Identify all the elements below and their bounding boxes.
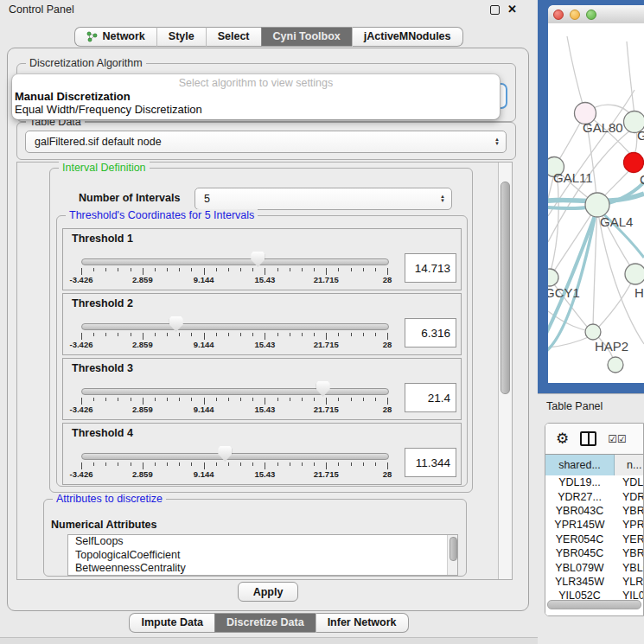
number-of-intervals-label: Number of Intervals	[79, 192, 180, 204]
node-label: GCY1	[548, 285, 580, 300]
attributes-list-scrollbar[interactable]	[447, 535, 457, 575]
threshold-value-field[interactable]: 21.4	[405, 383, 456, 412]
column-header-shared[interactable]: shared...	[545, 455, 615, 475]
algorithm-option[interactable]: Manual Discretization	[12, 90, 500, 103]
close-icon[interactable]: ✕	[507, 5, 517, 14]
node-label: GA	[637, 128, 644, 143]
attribute-list-item[interactable]: TopologicalCoefficient	[68, 549, 457, 563]
number-of-intervals-select[interactable]: 5 ▲▼	[194, 188, 452, 210]
discretization-algorithm-group-title: Discretization Algorithm	[26, 57, 146, 69]
table-panel-titlebar: Table Panel	[538, 394, 644, 418]
slider-tick-labels: -3.4262.8599.14415.4321.71528	[63, 275, 407, 284]
network-canvas[interactable]: GAL80 GA GAL11 GAL4 GCY1 H HAP2 C	[548, 23, 644, 383]
bottom-strip	[0, 637, 538, 644]
split-columns-icon[interactable]	[580, 431, 596, 446]
threshold-panel: Threshold 2 -3.4262.8599.14415.4321.7152…	[62, 293, 462, 355]
settings-vertical-scrollbar[interactable]	[498, 163, 512, 579]
node-h[interactable]	[625, 264, 644, 284]
table-data-select[interactable]: galFiltered.sif default node ▲▼	[25, 131, 507, 153]
algorithm-dropdown-hint: Select algorithm to view settings	[12, 77, 500, 90]
threshold-panel: Threshold 3 -3.4262.8599.14415.4321.7152…	[62, 358, 462, 420]
threshold-value-field[interactable]: 14.713	[405, 253, 456, 283]
settings-scroll-area: Interval Definition Number of Intervals …	[16, 162, 513, 580]
apply-button[interactable]: Apply	[238, 582, 298, 602]
node-hap2[interactable]	[585, 324, 601, 340]
table-horizontal-scrollbar[interactable]	[547, 600, 641, 609]
slider-track[interactable]	[81, 453, 389, 460]
node-gcy1[interactable]	[548, 269, 558, 286]
tab-infer-network[interactable]: Infer Network	[316, 613, 409, 633]
table-panel: Table Panel ⚙ ☑☑ shared...n... YDL19... …	[538, 393, 644, 644]
threshold-slider[interactable]: -3.4262.8599.14415.4321.71528	[63, 359, 407, 419]
spinner-arrows-icon: ▲▼	[494, 131, 500, 152]
attribute-list-item[interactable]: SelfLoops	[68, 535, 457, 549]
table-row[interactable]: YBL079W YBL0	[545, 560, 643, 574]
slider-tick-labels: -3.4262.8599.14415.4321.71528	[63, 340, 407, 349]
control-panel-title: Control Panel	[9, 3, 74, 16]
numerical-attributes-list[interactable]: SelfLoopsTopologicalCoefficientBetweenne…	[67, 534, 458, 576]
table-row[interactable]: YDR27... YDR2	[545, 489, 643, 503]
number-of-intervals-value: 5	[204, 193, 210, 205]
tab-label: Style	[169, 30, 194, 42]
tab-select[interactable]: Select	[206, 27, 261, 47]
tab-label: Impute Data	[141, 616, 203, 628]
control-panel: Control Panel ✕ Network Style Select Cyn…	[0, 0, 538, 644]
algorithm-option[interactable]: Equal Width/Frequency Discretization	[12, 103, 500, 116]
tab-label: Infer Network	[328, 616, 397, 628]
algorithm-dropdown-list: Manual DiscretizationEqual Width/Frequen…	[12, 90, 500, 116]
node-label: C	[640, 172, 644, 187]
slider-track[interactable]	[81, 258, 389, 265]
threshold-value-field[interactable]: 6.316	[405, 318, 456, 348]
table-rows: YDL19... YDL1 YDR27... YDR2 YBR043C YBR0…	[545, 475, 643, 615]
node-partial[interactable]	[608, 357, 623, 373]
table-panel-title: Table Panel	[546, 400, 603, 412]
node-label: GAL80	[583, 120, 623, 135]
macos-minimize-icon[interactable]	[570, 10, 580, 20]
macos-close-icon[interactable]	[553, 10, 564, 20]
tab-label: Select	[218, 30, 250, 42]
tab-label: jActiveMNodules	[364, 30, 451, 42]
node-label: H	[634, 285, 644, 300]
tab-discretize-data[interactable]: Discretize Data	[214, 613, 316, 633]
tab-label: Network	[102, 30, 144, 42]
interval-definition-title: Interval Definition	[59, 162, 150, 174]
macos-zoom-icon[interactable]	[586, 10, 596, 20]
table-row[interactable]: YPR145W YPR1	[545, 518, 643, 532]
network-view-frame: GAL80 GA GAL11 GAL4 GCY1 H HAP2 C	[538, 0, 644, 393]
tab-style[interactable]: Style	[156, 27, 206, 47]
column-header-n[interactable]: n...	[615, 455, 643, 475]
node-gal4[interactable]	[585, 193, 609, 217]
tab-label: Cyni Toolbox	[273, 30, 341, 42]
threshold-slider[interactable]: -3.4262.8599.14415.4321.71528	[63, 294, 407, 354]
table-header-row: shared...n...	[545, 454, 643, 476]
thresholds-group-title: Threshold's Coordinates for 5 Intervals	[66, 209, 258, 221]
slider-ticks	[63, 398, 407, 405]
table-row[interactable]: YBR045C YBR0	[545, 546, 643, 560]
network-icon	[86, 31, 98, 42]
table-row[interactable]: YDL19... YDL1	[545, 475, 643, 489]
slider-track[interactable]	[81, 323, 389, 330]
float-window-icon[interactable]	[490, 5, 500, 15]
table-row[interactable]: YLR345W YLR3	[545, 575, 643, 589]
slider-tick-labels: -3.4262.8599.14415.4321.71528	[63, 405, 407, 414]
select-columns-icon[interactable]: ☑☑	[608, 433, 627, 445]
tab-impute-data[interactable]: Impute Data	[129, 613, 214, 633]
attribute-list-item[interactable]: BetweennessCentrality	[68, 562, 457, 576]
attributes-group-title: Attributes to discretize	[53, 493, 166, 505]
attributes-group: Attributes to discretize Numerical Attri…	[43, 499, 467, 577]
node-red[interactable]	[624, 153, 644, 173]
tab-jactivemnodules[interactable]: jActiveMNodules	[352, 27, 463, 47]
node-label: HAP2	[595, 339, 628, 354]
tab-label: Discretize Data	[226, 616, 304, 628]
threshold-slider[interactable]: -3.4262.8599.14415.4321.71528	[63, 424, 407, 484]
tab-network[interactable]: Network	[74, 27, 156, 47]
threshold-value-field[interactable]: 11.344	[405, 448, 456, 477]
threshold-slider[interactable]: -3.4262.8599.14415.4321.71528	[63, 229, 407, 290]
threshold-list: Threshold 1 -3.4262.8599.14415.4321.7152…	[57, 228, 467, 485]
table-row[interactable]: YBR043C YBR0	[545, 504, 643, 518]
cyni-toolbox-pane: Discretization Algorithm Select algorith…	[7, 48, 529, 611]
tab-cyni-toolbox[interactable]: Cyni Toolbox	[261, 27, 352, 47]
slider-track[interactable]	[81, 388, 389, 395]
gear-icon[interactable]: ⚙	[556, 431, 569, 446]
table-row[interactable]: YER054C YER0	[545, 532, 643, 546]
